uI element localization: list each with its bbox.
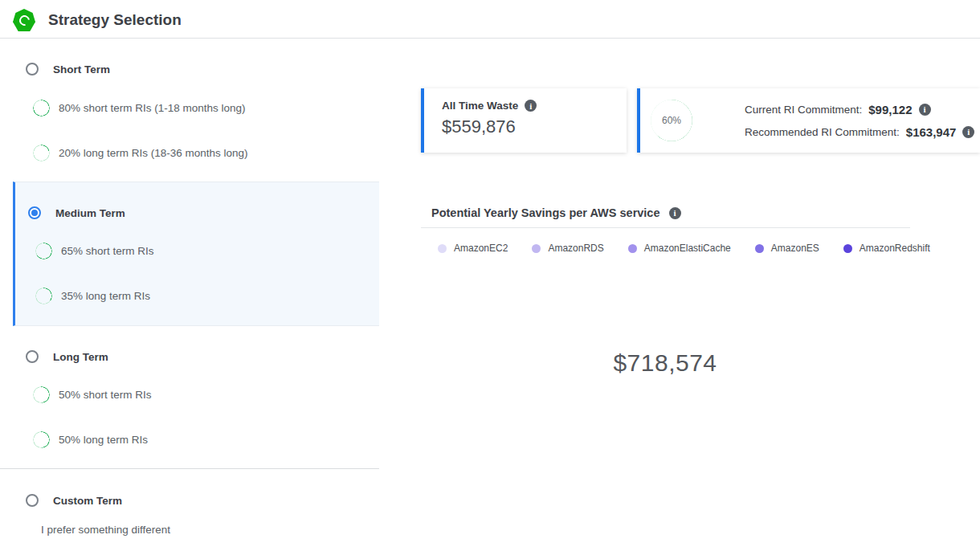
info-icon[interactable]: i [962, 126, 974, 138]
allocation-row: 50% long term RIs [33, 431, 148, 448]
allocation-row: 35% long term RIs [35, 288, 150, 304]
strategy-selection-screen: Strategy Selection Short Term 80% short … [0, 0, 980, 555]
legend-item-amazonredshift[interactable]: AmazonRedshift [843, 243, 930, 254]
allocation-ring-icon [33, 431, 50, 448]
chart-legend: AmazonEC2 AmazonRDS AmazonElastiCache Am… [438, 243, 930, 254]
legend-dot-icon [532, 244, 541, 253]
allocation-label: 65% short term RIs [61, 245, 154, 257]
allocation-row: 65% short term RIs [35, 243, 154, 259]
allocation-ring-icon [35, 243, 52, 259]
current-commitment-value: $99,122 [868, 103, 912, 116]
allocation-ring-icon [35, 288, 52, 304]
savings-chart-header: Potential Yearly Savings per AWS service… [431, 206, 681, 219]
ri-commitment-card: 60% Current RI Commitment: $99,122 i Rec… [637, 88, 980, 153]
legend-label: AmazonEC2 [454, 243, 508, 254]
all-time-waste-card: All Time Waste i $559,876 [421, 88, 627, 153]
cloudcheckr-logo-icon [13, 9, 35, 31]
legend-label: AmazonRDS [548, 243, 603, 254]
allocation-ring-icon [33, 145, 50, 161]
chart-divider [421, 227, 910, 228]
allocation-label: 50% long term RIs [59, 434, 148, 446]
allocation-ring-icon [33, 386, 50, 403]
current-commitment-label: Current RI Commitment: [745, 104, 862, 116]
savings-chart-title: Potential Yearly Savings per AWS service [431, 206, 660, 219]
legend-label: AmazonES [771, 243, 819, 254]
recommended-commitment-value: $163,947 [906, 125, 957, 139]
option-label: Custom Term [53, 495, 122, 507]
option-label: Short Term [53, 63, 110, 75]
recommended-commitment-row: Recommended RI Commitment: $163,947 i [745, 125, 974, 139]
donut-center-value: $718,574 [567, 265, 763, 461]
legend-item-amazones[interactable]: AmazonES [755, 243, 819, 254]
strategy-option-custom-term[interactable]: Custom Term [26, 494, 122, 507]
info-icon[interactable]: i [919, 104, 931, 116]
recommended-commitment-label: Recommended RI Commitment: [745, 126, 900, 138]
info-icon[interactable]: i [525, 100, 537, 112]
logo-c-arc [17, 13, 31, 27]
strategy-option-long-term[interactable]: Long Term [26, 350, 108, 363]
allocation-label: 80% short term RIs (1-18 months long) [59, 102, 246, 114]
legend-dot-icon [438, 244, 447, 253]
allocation-row: 80% short term RIs (1-18 months long) [33, 100, 246, 116]
page-title: Strategy Selection [48, 11, 182, 29]
panel-divider [0, 468, 379, 469]
allocation-ring-icon [33, 100, 50, 116]
legend-item-amazonelasticache[interactable]: AmazonElastiCache [628, 243, 731, 254]
legend-dot-icon [843, 244, 852, 253]
option-label: Long Term [53, 351, 108, 363]
allocation-label: 50% short term RIs [59, 389, 152, 401]
strategy-option-medium-term[interactable]: Medium Term [28, 206, 125, 219]
current-commitment-row: Current RI Commitment: $99,122 i [745, 103, 974, 116]
commitment-gauge-label: 60% [651, 100, 692, 141]
radio-custom-term[interactable] [26, 494, 39, 507]
allocation-row: 50% short term RIs [33, 386, 152, 403]
radio-long-term[interactable] [26, 350, 39, 363]
waste-card-value: $559,876 [442, 116, 627, 137]
legend-item-amazonec2[interactable]: AmazonEC2 [438, 243, 508, 254]
allocation-row: 20% long term RIs (18-36 months long) [33, 145, 248, 161]
legend-label: AmazonElastiCache [644, 243, 731, 254]
info-icon[interactable]: i [669, 207, 681, 219]
waste-card-label: All Time Waste [442, 100, 518, 112]
allocation-label: 35% long term RIs [61, 290, 150, 302]
allocation-label: 20% long term RIs (18-36 months long) [59, 147, 248, 159]
legend-dot-icon [755, 244, 764, 253]
radio-short-term[interactable] [26, 63, 39, 75]
radio-medium-term[interactable] [28, 206, 41, 219]
option-label: Medium Term [55, 207, 125, 219]
legend-label: AmazonRedshift [860, 243, 930, 254]
legend-item-amazonrds[interactable]: AmazonRDS [532, 243, 603, 254]
page-header: Strategy Selection [0, 0, 980, 39]
strategy-option-short-term[interactable]: Short Term [26, 63, 110, 75]
savings-donut-chart[interactable]: $718,574 [567, 265, 763, 461]
legend-dot-icon [628, 244, 637, 253]
custom-term-description: I prefer something different [41, 524, 170, 536]
